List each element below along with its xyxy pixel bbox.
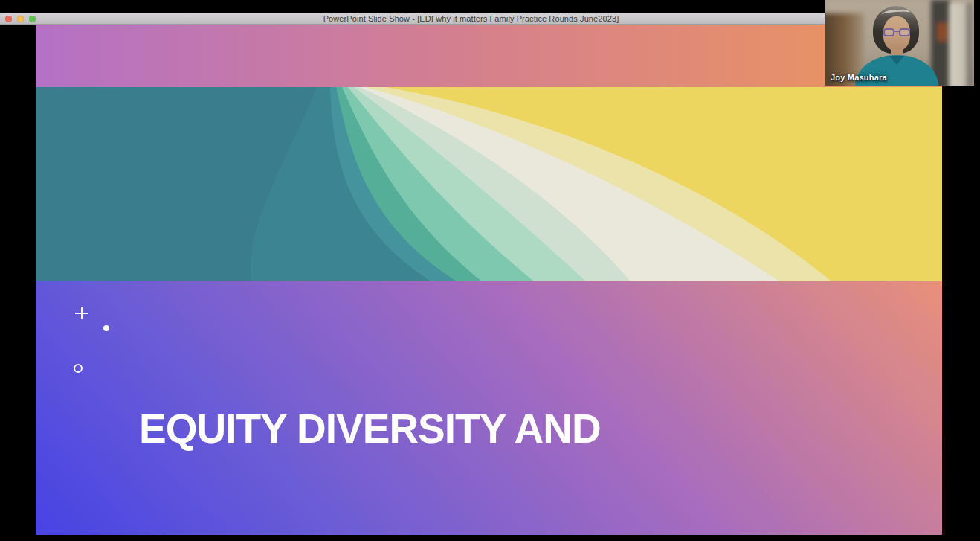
plus-icon <box>75 307 88 319</box>
slide-bottom-gradient-band: EQUITY DIVERSITY AND INCLUSION: WHY IT M… <box>36 281 942 535</box>
slide-hero-image <box>36 87 942 281</box>
bullet-dot-icon <box>103 325 109 331</box>
window-title: PowerPoint Slide Show - [EDI why it matt… <box>0 13 942 25</box>
participant-name-label: Joy Masuhara <box>831 73 887 82</box>
zoom-button[interactable] <box>29 16 36 22</box>
slide-title-line-1: EQUITY DIVERSITY AND <box>139 405 912 453</box>
close-button[interactable] <box>5 16 12 22</box>
glasses-left-lens <box>883 28 894 36</box>
glasses-right-lens <box>899 28 910 36</box>
webcam-video-tile[interactable]: Joy Masuhara <box>825 0 974 86</box>
person-glasses <box>883 28 910 37</box>
paper-waves-artwork <box>36 87 942 281</box>
slide-top-gradient-band <box>36 25 942 87</box>
slide-text-block: EQUITY DIVERSITY AND INCLUSION: WHY IT M… <box>139 308 912 535</box>
minimize-button[interactable] <box>17 16 24 22</box>
slide-canvas: EQUITY DIVERSITY AND INCLUSION: WHY IT M… <box>36 25 942 535</box>
circle-outline-icon <box>74 364 83 373</box>
meeting-stage: PowerPoint Slide Show - [EDI why it matt… <box>0 0 980 541</box>
window-titlebar: PowerPoint Slide Show - [EDI why it matt… <box>0 13 942 25</box>
slide-title: EQUITY DIVERSITY AND INCLUSION: WHY IT M… <box>139 308 912 535</box>
